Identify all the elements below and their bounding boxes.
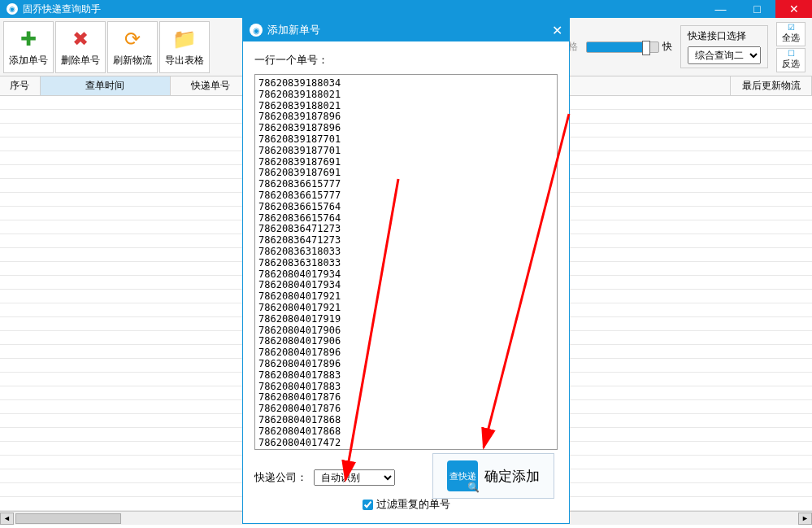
invert-label: 反选 [782,58,800,70]
filter-label: 过滤重复的单号 [376,497,450,512]
confirm-add-button[interactable]: 查快递 确定添加 [432,453,554,499]
filter-duplicates-wrap[interactable]: 过滤重复的单号 [254,497,558,512]
scroll-left-button[interactable]: ◄ [0,513,14,525]
export-button[interactable]: 📁 导出表格 [159,21,210,73]
select-buttons: ☑ 全选 ☐ 反选 [776,22,805,72]
col-tracking-no[interactable]: 快递单号 [171,76,252,95]
app-icon: ◉ [7,3,18,15]
invert-icon: ☐ [788,49,795,58]
modal-title: 添加新单号 [267,23,552,37]
delete-label: 删除单号 [61,54,100,68]
app-title: 固乔快递查询助手 [23,2,702,16]
maximize-button[interactable]: □ [739,0,775,18]
search-express-icon: 查快递 [447,460,478,491]
refresh-label: 刷新物流 [113,54,152,68]
export-label: 导出表格 [165,54,204,68]
company-dropdown[interactable]: 自动识别 [314,469,395,486]
add-button[interactable]: ✚ 添加单号 [3,21,54,73]
select-all-icon: ☑ [788,23,795,32]
col-index[interactable]: 序号 [0,76,41,95]
refresh-icon: ⟳ [121,28,144,50]
titlebar: ◉ 固乔快递查询助手 — □ ✕ [0,0,812,18]
x-icon: ✖ [69,28,92,50]
tracking-numbers-input[interactable] [254,74,558,450]
close-button[interactable]: ✕ [775,0,812,18]
speed-slider-wrap: 快 [586,40,672,54]
modal-close-button[interactable]: ✕ [552,23,562,38]
modal-label: 一行一个单号： [254,53,558,68]
confirm-label: 确定添加 [484,467,540,486]
invert-button[interactable]: ☐ 反选 [776,48,805,72]
modal-icon: ◉ [250,24,263,37]
filter-duplicates-checkbox[interactable] [363,500,373,510]
add-modal: ◉ 添加新单号 ✕ 一行一个单号： 快递公司： 自动识别 过滤重复的单号 查快递… [242,18,570,524]
refresh-button[interactable]: ⟳ 刷新物流 [107,21,158,73]
speed-slider[interactable] [586,41,659,53]
speed-fast-label: 快 [662,40,672,54]
col-update-info[interactable]: 最后更新物流 [731,76,812,95]
add-label: 添加单号 [9,54,48,68]
delete-button[interactable]: ✖ 删除单号 [55,21,106,73]
interface-dropdown[interactable]: 综合查询二 [688,46,761,64]
plus-icon: ✚ [17,28,40,50]
company-label: 快递公司： [254,470,307,485]
folder-icon: 📁 [173,28,196,50]
minimize-button[interactable]: — [702,0,739,18]
col-query-time[interactable]: 查单时间 [41,76,171,95]
scroll-right-button[interactable]: ► [798,513,812,525]
interface-selector: 快递接口选择 综合查询二 [680,25,768,68]
interface-label: 快递接口选择 [688,29,761,43]
modal-header: ◉ 添加新单号 ✕ [243,19,569,41]
modal-body: 一行一个单号： [243,41,569,461]
select-all-button[interactable]: ☑ 全选 [776,22,805,46]
select-all-label: 全选 [782,32,800,44]
window-controls: — □ ✕ [702,0,812,18]
scroll-thumb[interactable] [15,513,121,524]
